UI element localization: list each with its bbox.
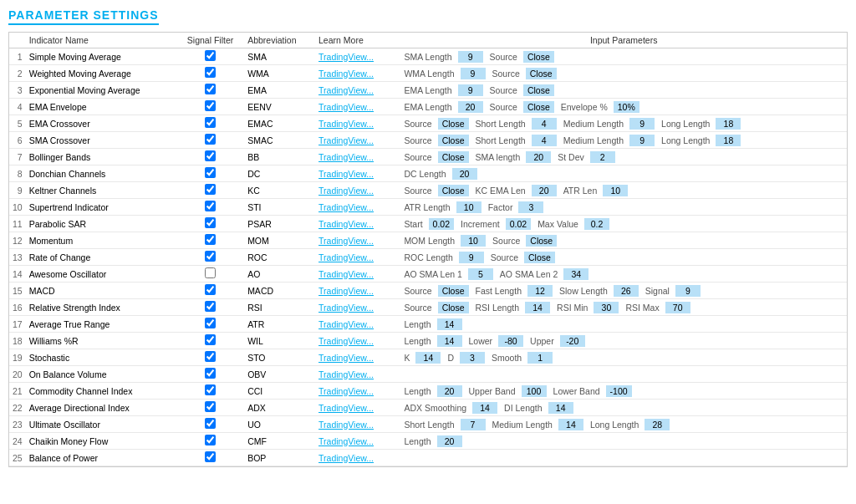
signal-filter-cell[interactable] [176,48,244,65]
learn-more-link[interactable]: TradingView... [315,283,400,299]
param-value[interactable]: 0.02 [429,218,454,230]
signal-filter-cell[interactable] [176,65,244,82]
param-value[interactable]: Close [526,235,557,247]
param-value[interactable]: Close [524,252,555,263]
signal-checkbox[interactable] [205,201,216,211]
signal-filter-cell[interactable] [176,115,244,132]
param-value[interactable]: 20 [452,168,477,180]
param-value[interactable]: 5 [468,268,493,280]
signal-filter-cell[interactable] [176,400,244,416]
signal-checkbox[interactable] [205,67,216,78]
signal-checkbox[interactable] [205,401,216,412]
signal-checkbox[interactable] [205,134,216,145]
param-value[interactable]: 1 [527,352,553,364]
signal-filter-cell[interactable] [176,182,244,199]
signal-checkbox[interactable] [205,84,216,94]
signal-filter-cell[interactable] [176,366,244,383]
signal-filter-cell[interactable] [176,450,244,466]
signal-checkbox[interactable] [205,435,216,445]
learn-more-link[interactable]: TradingView... [315,450,400,466]
param-value[interactable]: -100 [606,385,632,397]
param-value[interactable]: 3 [518,201,543,213]
param-value[interactable]: 14 [548,402,573,414]
signal-filter-cell[interactable] [176,99,244,115]
learn-more-link[interactable]: TradingView... [315,316,400,333]
signal-filter-cell[interactable] [176,266,244,283]
param-value[interactable]: 14 [437,318,462,330]
param-value[interactable]: Close [523,84,554,96]
param-value[interactable]: 18 [716,118,741,130]
signal-checkbox[interactable] [205,384,216,395]
signal-filter-cell[interactable] [176,165,244,182]
signal-filter-cell[interactable] [176,216,244,232]
learn-more-link[interactable]: TradingView... [315,165,400,182]
param-value[interactable]: 9 [461,68,486,79]
param-value[interactable]: 20 [458,101,483,113]
signal-checkbox[interactable] [205,100,216,111]
signal-checkbox[interactable] [205,418,216,429]
param-value[interactable]: 4 [532,118,557,130]
learn-more-link[interactable]: TradingView... [315,199,400,216]
learn-more-link[interactable]: TradingView... [315,132,400,149]
param-value[interactable]: 9 [675,285,701,297]
param-value[interactable]: 14 [558,419,583,430]
param-value[interactable]: 28 [645,419,670,430]
param-value[interactable]: 3 [460,352,485,364]
signal-checkbox[interactable] [205,284,216,295]
signal-checkbox[interactable] [205,234,216,245]
param-value[interactable]: 10 [461,235,486,247]
param-value[interactable]: 14 [525,302,550,313]
param-value[interactable]: -20 [560,335,585,347]
signal-checkbox[interactable] [205,184,216,195]
signal-filter-cell[interactable] [176,283,244,299]
param-value[interactable]: 70 [665,302,690,313]
param-value[interactable]: 9 [629,135,655,146]
param-value[interactable]: 14 [415,352,441,364]
param-value[interactable]: 2 [590,151,615,163]
signal-checkbox[interactable] [205,50,216,61]
param-value[interactable]: 0.02 [506,218,531,230]
param-value[interactable]: Close [438,185,469,196]
signal-checkbox[interactable] [205,117,216,128]
learn-more-link[interactable]: TradingView... [315,416,400,433]
learn-more-link[interactable]: TradingView... [315,400,400,416]
param-value[interactable]: 4 [532,135,557,146]
param-value[interactable]: 9 [459,252,484,263]
signal-filter-cell[interactable] [176,82,244,99]
learn-more-link[interactable]: TradingView... [315,232,400,249]
param-value[interactable]: 34 [563,268,588,280]
learn-more-link[interactable]: TradingView... [315,383,400,400]
param-value[interactable]: 10% [614,101,639,113]
param-value[interactable]: 20 [532,185,557,196]
signal-checkbox[interactable] [205,150,216,161]
signal-filter-cell[interactable] [176,232,244,249]
param-value[interactable]: 26 [614,285,639,297]
param-value[interactable]: 10 [603,185,628,196]
learn-more-link[interactable]: TradingView... [315,99,400,115]
signal-filter-cell[interactable] [176,299,244,316]
param-value[interactable]: 100 [522,385,547,397]
signal-checkbox[interactable] [205,318,216,328]
signal-filter-cell[interactable] [176,383,244,400]
learn-more-link[interactable]: TradingView... [315,333,400,349]
param-value[interactable]: 9 [629,118,655,130]
param-value[interactable]: Close [526,68,557,79]
signal-checkbox[interactable] [205,351,216,362]
signal-filter-cell[interactable] [176,132,244,149]
signal-filter-cell[interactable] [176,249,244,266]
signal-filter-cell[interactable] [176,149,244,165]
signal-checkbox[interactable] [205,251,216,262]
param-value[interactable]: 14 [472,402,497,414]
param-value[interactable]: Close [438,285,469,297]
param-value[interactable]: -80 [498,335,523,347]
param-value[interactable]: 10 [456,201,482,213]
param-value[interactable]: Close [438,135,469,146]
param-value[interactable]: Close [438,302,469,313]
signal-checkbox[interactable] [205,217,216,228]
learn-more-link[interactable]: TradingView... [315,65,400,82]
signal-checkbox[interactable] [205,301,216,312]
signal-checkbox[interactable] [205,167,216,178]
param-value[interactable]: 20 [437,385,462,397]
signal-checkbox[interactable] [205,334,216,345]
param-value[interactable]: 9 [458,84,483,96]
